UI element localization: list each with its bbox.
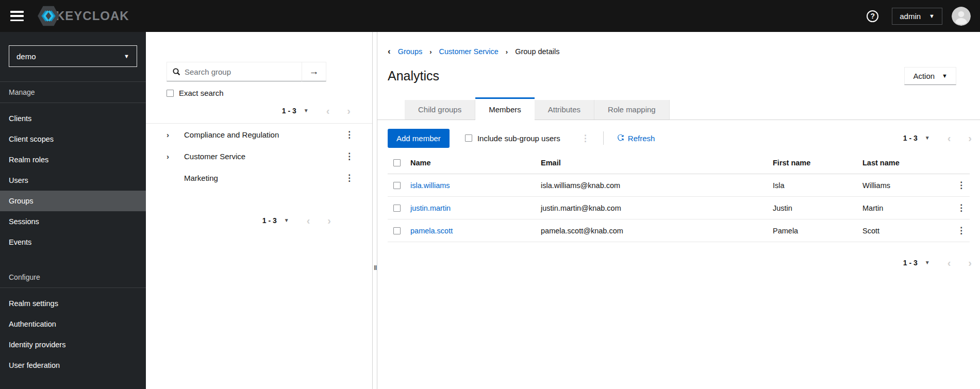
kebab-menu-icon[interactable]: ⋮ [581, 134, 590, 143]
sidebar-item-sessions[interactable]: Sessions [0, 211, 146, 232]
sidebar: demo ▼ Manage Clients Client scopes Real… [0, 32, 146, 389]
expand-chevron-icon[interactable]: › [167, 130, 178, 139]
next-page-icon[interactable]: › [968, 133, 972, 143]
breadcrumb-current: Group details [515, 47, 559, 56]
kebab-menu-icon[interactable]: ⋮ [345, 130, 354, 139]
tab-role-mapping[interactable]: Role mapping [594, 100, 670, 120]
previous-page-icon[interactable]: ‹ [307, 215, 310, 226]
avatar[interactable] [952, 7, 971, 26]
pagination-options-toggle[interactable]: ▼ [925, 136, 930, 141]
chevron-down-icon: ▼ [942, 73, 948, 79]
main-content: ‹ Groups › Customer Service › Group deta… [377, 32, 980, 389]
member-first-name: Isla [773, 174, 862, 197]
expand-chevron-icon[interactable]: › [167, 152, 178, 161]
refresh-button[interactable]: Refresh [617, 134, 655, 143]
member-name-link[interactable]: isla.williams [410, 181, 450, 190]
exact-search-label: Exact search [179, 89, 224, 97]
member-last-name: Martin [862, 197, 953, 219]
tab-attributes[interactable]: Attributes [535, 100, 594, 120]
search-group-input[interactable] [185, 67, 296, 76]
nav-section-configure: Configure [0, 267, 146, 288]
username: admin [900, 12, 921, 21]
keycloak-logo[interactable]: KEYCLOAK [37, 6, 129, 26]
search-icon [172, 67, 180, 76]
sidebar-item-identity-providers[interactable]: Identity providers [0, 334, 146, 355]
member-last-name: Scott [862, 219, 953, 242]
table-row: isla.williams isla.williams@knab.com Isl… [388, 174, 970, 197]
page-title: Analytics [388, 69, 439, 83]
row-checkbox[interactable] [393, 227, 401, 234]
tab-bar: Child groups Members Attributes Role map… [377, 97, 980, 120]
next-page-icon[interactable]: › [327, 215, 331, 226]
column-header-email: Email [541, 152, 773, 174]
table-header-row: Name Email First name Last name [388, 152, 970, 174]
sidebar-item-groups[interactable]: Groups [0, 191, 146, 211]
row-checkbox[interactable] [393, 182, 401, 189]
panel-resize-handle[interactable]: ‖ [372, 32, 377, 389]
sidebar-item-user-federation[interactable]: User federation [0, 355, 146, 376]
group-search-box [167, 62, 302, 81]
tree-item-customer-service[interactable]: › Customer Service ⋮ [146, 145, 372, 167]
select-all-checkbox[interactable] [393, 159, 401, 166]
member-name-link[interactable]: pamela.scott [410, 227, 453, 235]
nav-list-manage: Clients Client scopes Realm roles Users … [0, 103, 146, 252]
pagination-options-toggle[interactable]: ▼ [304, 108, 309, 113]
pagination-range: 1 - 3 [262, 216, 277, 225]
tab-child-groups[interactable]: Child groups [405, 100, 475, 120]
exact-search-checkbox[interactable] [167, 90, 174, 97]
breadcrumb-link-groups[interactable]: Groups [398, 47, 423, 56]
kebab-menu-icon[interactable]: ⋮ [957, 226, 966, 235]
breadcrumb: ‹ Groups › Customer Service › Group deta… [388, 46, 980, 57]
kebab-menu-icon[interactable]: ⋮ [957, 203, 966, 213]
next-page-icon[interactable]: › [347, 106, 351, 116]
search-submit-button[interactable]: → [302, 62, 326, 81]
include-subgroup-users-label: Include sub-group users [477, 134, 560, 143]
pagination-options-toggle[interactable]: ▼ [925, 260, 930, 265]
column-header-last-name: Last name [862, 152, 953, 174]
tree-item-compliance-and-regulation[interactable]: › Compliance and Regulation ⋮ [146, 124, 372, 145]
sidebar-item-realm-settings[interactable]: Realm settings [0, 293, 146, 314]
member-name-link[interactable]: justin.martin [410, 204, 451, 212]
next-page-icon[interactable]: › [968, 258, 972, 268]
nav-section-manage: Manage [0, 81, 146, 103]
member-email: justin.martin@knab.com [541, 197, 773, 219]
realm-name: demo [16, 52, 36, 61]
sidebar-item-users[interactable]: Users [0, 170, 146, 191]
tree-pagination-top: 1 - 3 ▼ ‹ › [146, 106, 351, 116]
previous-page-icon[interactable]: ‹ [326, 106, 330, 116]
member-first-name: Justin [773, 197, 862, 219]
row-checkbox[interactable] [393, 205, 401, 212]
action-dropdown[interactable]: Action ▼ [904, 67, 956, 85]
add-member-button[interactable]: Add member [388, 129, 450, 148]
members-table: Name Email First name Last name isla.wil… [388, 152, 970, 242]
sidebar-item-authentication[interactable]: Authentication [0, 314, 146, 334]
breadcrumb-link-customer-service[interactable]: Customer Service [439, 47, 499, 56]
sidebar-item-clients[interactable]: Clients [0, 108, 146, 129]
kebab-menu-icon[interactable]: ⋮ [345, 152, 354, 161]
member-email: pamela.scott@knab.com [541, 219, 773, 242]
column-header-name: Name [410, 152, 541, 174]
table-row: justin.martin justin.martin@knab.com Jus… [388, 197, 970, 219]
kebab-menu-icon[interactable]: ⋮ [957, 180, 966, 190]
refresh-icon [617, 134, 624, 142]
hamburger-menu-icon[interactable] [10, 11, 24, 21]
realm-selector[interactable]: demo ▼ [9, 45, 137, 67]
tab-members[interactable]: Members [475, 97, 535, 120]
previous-page-icon[interactable]: ‹ [948, 133, 951, 143]
sidebar-item-events[interactable]: Events [0, 232, 146, 252]
tree-item-marketing[interactable]: Marketing ⋮ [146, 167, 372, 189]
include-subgroup-users-checkbox[interactable] [465, 134, 472, 142]
column-header-first-name: First name [773, 152, 862, 174]
previous-page-icon[interactable]: ‹ [948, 258, 951, 268]
kebab-menu-icon[interactable]: ⋮ [345, 174, 354, 182]
breadcrumb-separator-icon: › [506, 48, 508, 56]
user-menu-dropdown[interactable]: admin ▼ [892, 8, 942, 25]
breadcrumb-back-icon[interactable]: ‹ [388, 46, 391, 57]
keycloak-hexagon-icon [37, 6, 60, 26]
sidebar-item-client-scopes[interactable]: Client scopes [0, 129, 146, 149]
pagination-range: 1 - 3 [903, 259, 918, 267]
sidebar-item-realm-roles[interactable]: Realm roles [0, 149, 146, 170]
help-icon[interactable]: ? [867, 10, 878, 22]
group-tree-panel: → Exact search 1 - 3 ▼ ‹ › › Compliance … [146, 32, 372, 389]
pagination-options-toggle[interactable]: ▼ [284, 218, 289, 223]
